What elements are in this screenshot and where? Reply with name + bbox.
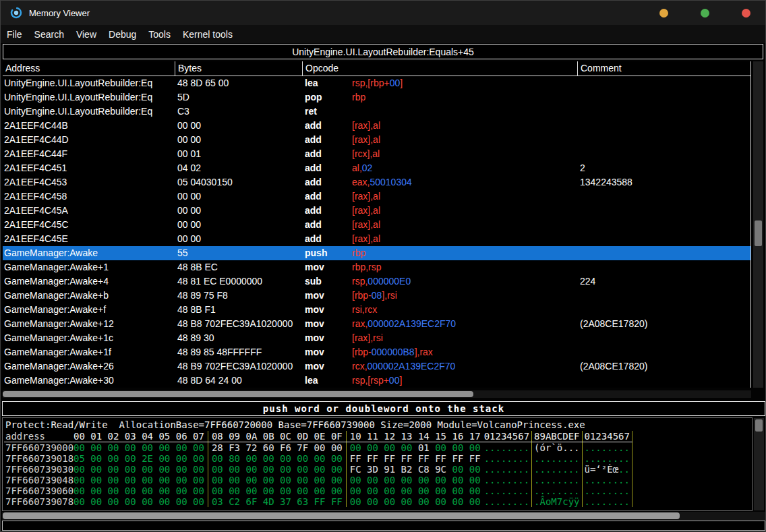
disasm-row[interactable]: GameManager:Awake+448 81 EC E0000000subr… [3,274,750,289]
column-header-address: Address [3,61,40,76]
menu-item-search[interactable]: Search [28,25,70,43]
opcode-cell: movrsi,rcx [305,303,576,317]
address-cell: 2A1EEF4C45C [4,218,173,232]
hex-byte-group[interactable]: 00 00 00 00 00 00 00 00 [347,485,482,496]
hex-row[interactable]: 7FF66073900000 00 00 00 00 00 00 0028 F3… [4,442,632,453]
disasm-row[interactable]: GameManager:Awake+f48 8B F1movrsi,rcx [3,303,750,317]
hex-byte-group[interactable]: 28 F3 72 60 F6 7F 00 00 [208,442,347,453]
disasm-vertical-scrollbar[interactable] [753,61,763,388]
disasm-vscroll-thumb[interactable] [755,220,762,246]
hex-byte-group[interactable]: 03 C2 6F 4D 37 63 FF FF [208,496,347,507]
hex-ascii-group: ........ [532,453,582,464]
comment-cell: (2A08CE17820) [580,317,750,331]
disasm-row[interactable]: UnityEngine.UI.LayoutRebuilder:Eq5Dpoprb… [3,90,750,105]
bytes-cell: 05 04030150 [177,175,301,189]
hex-ascii-group: (ór`ö... [532,442,582,453]
hex-row[interactable]: 7FF66073903000 00 00 00 00 00 00 0000 00… [4,464,632,475]
address-cell: 2A1EEF4C44F [4,147,173,161]
hex-byte-group[interactable]: 00 00 00 00 00 00 00 00 [70,485,208,496]
address-cell: UnityEngine.UI.LayoutRebuilder:Eq [4,90,173,105]
disasm-row[interactable]: GameManager:Awake+b48 89 75 F8mov[rbp-08… [3,289,750,303]
menu-item-view[interactable]: View [70,25,102,43]
opcode-cell: mov[rbp-000000B8],rax [305,345,576,359]
mnemonic: add [305,218,352,232]
bytes-cell: 48 8D 64 24 00 [177,374,301,388]
disasm-row[interactable]: 2A1EEF4C45C00 00add[rax],al [3,218,750,232]
disasm-row[interactable]: GameManager:Awake+1c48 89 30mov[rax],rsi [3,331,750,345]
disasm-row[interactable]: 2A1EEF4C44F00 01add[rcx],al [3,147,750,161]
disassembly-panel: AddressBytesOpcodeComment UnityEngine.UI… [3,61,751,388]
column-header-comment: Comment [577,61,622,76]
disasm-row[interactable]: UnityEngine.UI.LayoutRebuilder:Eq48 8D 6… [3,76,750,90]
menu-item-file[interactable]: File [1,25,28,43]
hex-row[interactable]: 7FF66073904800 00 00 00 00 00 00 0000 00… [4,475,632,485]
disasm-row[interactable]: 2A1EEF4C45A00 00add[rax],al [3,204,750,218]
hex-byte-group[interactable]: FC 3D 91 B2 C8 9C 00 00 [347,464,482,475]
disasm-hscroll-thumb[interactable] [3,391,473,397]
operands: rcx,000002A139EC2F70 [352,361,455,372]
disasm-row[interactable]: GameManager:Awake55pushrbp [3,246,750,260]
hex-address: 7FF660739030 [4,464,70,475]
disasm-row[interactable]: GameManager:Awake+2648 B9 702FEC39A10200… [3,359,750,374]
hex-byte-header: 08 09 0A 0B 0C 0D 0E 0F [208,431,347,442]
window-controls [659,1,750,25]
bytes-cell: 48 89 85 48FFFFFF [177,345,301,359]
disasm-row[interactable]: GameManager:Awake+148 8B ECmovrbp,rsp [3,260,750,274]
hex-vertical-scrollbar[interactable] [754,418,764,510]
hex-byte-group[interactable]: FF FF FF FF FF FF FF FF [347,453,482,464]
operands: rax,000002A139EC2F70 [352,318,456,329]
disasm-row[interactable]: GameManager:Awake+1f48 89 85 48FFFFFFmov… [3,345,750,359]
comment-cell: (2A08CE17820) [580,359,750,374]
hex-byte-group[interactable]: 00 00 00 00 00 00 00 00 [70,464,208,475]
hex-byte-group[interactable]: 00 00 00 00 00 00 00 00 [347,475,482,485]
menu-item-kernel-tools[interactable]: Kernel tools [177,25,239,43]
menu-item-debug[interactable]: Debug [102,25,142,43]
bytes-cell: 48 B9 702FEC39A1020000 [177,359,301,374]
disasm-row[interactable]: 2A1EEF4C45800 00add[rax],al [3,189,750,204]
disasm-horizontal-scrollbar[interactable] [3,390,751,398]
disasm-row[interactable]: 2A1EEF4C44B00 00add[rax],al [3,119,750,133]
hex-row[interactable]: 7FF66073907800 00 00 00 00 00 00 0003 C2… [4,496,632,507]
hex-address: 7FF660739018 [4,453,70,464]
hex-byte-group[interactable]: 00 00 00 00 00 00 00 00 [347,496,482,507]
hex-byte-group[interactable]: 00 00 00 00 00 00 00 00 [70,475,208,485]
hex-byte-group[interactable]: 00 00 00 00 00 00 00 00 [208,464,347,475]
address-cell: GameManager:Awake+30 [4,374,173,388]
comment-cell: 1342243588 [580,175,750,189]
disasm-row[interactable]: 2A1EEF4C45305 04030150addeax,50010304134… [3,175,750,189]
disasm-row[interactable]: GameManager:Awake+3048 8D 64 24 00learsp… [3,374,750,388]
disasm-row[interactable]: 2A1EEF4C45E00 00add[rax],al [3,232,750,246]
disasm-row[interactable]: UnityEngine.UI.LayoutRebuilder:EqC3ret [3,105,750,119]
comment-cell [580,345,750,359]
hex-byte-group[interactable]: 00 00 00 00 00 00 00 00 [208,475,347,485]
disasm-row[interactable]: 2A1EEF4C45104 02addal,022 [3,161,750,175]
mnemonic: mov [305,260,352,274]
bytes-cell: 04 02 [177,161,301,175]
hex-horizontal-scrollbar[interactable] [2,512,765,520]
hex-byte-group[interactable]: 00 00 00 00 00 00 00 00 [208,485,347,496]
hex-byte-group[interactable]: 00 00 00 00 01 00 00 00 [347,442,482,453]
hex-byte-group[interactable]: 00 00 00 00 00 00 00 00 [70,442,208,453]
hex-row[interactable]: 7FF66073901805 00 00 00 2E 00 00 0000 80… [4,453,632,464]
hex-row[interactable]: 7FF66073906000 00 00 00 00 00 00 0000 00… [4,485,632,496]
hex-byte-group[interactable]: 00 80 00 00 00 00 00 00 [208,453,347,464]
disasm-row[interactable]: GameManager:Awake+1248 B8 702FEC39A10200… [3,317,750,331]
hex-hscroll-thumb[interactable] [3,512,680,519]
hex-vscroll-thumb[interactable] [755,419,763,432]
window-title: Memory Viewer [29,8,90,18]
hex-byte-group[interactable]: 00 00 00 00 00 00 00 00 [70,496,208,507]
window-close-button[interactable] [742,9,750,18]
window-minimize-button[interactable] [659,9,668,18]
bytes-cell: 48 8B F1 [177,303,301,317]
opcode-cell: add[rax],al [305,232,576,246]
bytes-cell: 48 89 75 F8 [177,289,301,303]
hex-body: 7FF66073900000 00 00 00 00 00 00 0028 F3… [3,442,752,507]
opcode-cell: mov[rax],rsi [305,331,576,345]
hex-byte-group[interactable]: 05 00 00 00 2E 00 00 00 [70,453,208,464]
disasm-row[interactable]: 2A1EEF4C44D00 00add[rax],al [3,133,750,147]
menu-item-tools[interactable]: Tools [142,25,177,43]
hex-ascii-group: ........ [482,475,532,485]
opcode-cell: subrsp,000000E0 [305,274,576,289]
window-maximize-button[interactable] [701,9,709,18]
operands: [rax],al [352,219,380,230]
